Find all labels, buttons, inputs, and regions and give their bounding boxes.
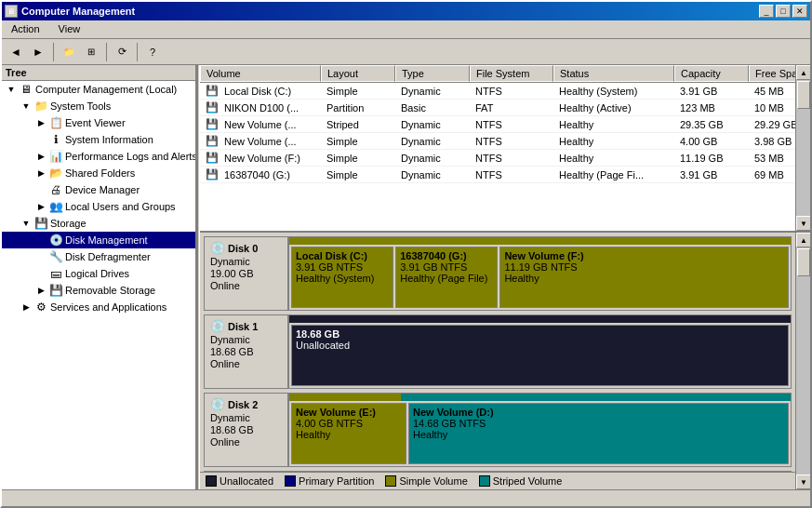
disk-type: Dynamic <box>210 334 282 345</box>
disk-partition[interactable]: New Volume (E:) 4.00 GB NTFS Healthy <box>291 403 406 464</box>
disk-partition[interactable]: New Volume (D:) 14.68 GB NTFS Healthy <box>408 403 789 464</box>
col-header-layout[interactable]: Layout <box>321 65 395 82</box>
expand-icon[interactable]: ▶ <box>33 166 48 180</box>
refresh-button[interactable]: ⟳ <box>112 42 132 62</box>
show-hide-button[interactable]: ⊞ <box>81 42 101 62</box>
table-row[interactable]: 💾NIKON D100 (... Partition Basic FAT Hea… <box>200 100 795 116</box>
tree-item-services[interactable]: ▶ ⚙ Services and Applications <box>2 299 195 315</box>
cell-status: Healthy <box>553 118 674 131</box>
disk-partition[interactable]: 16387040 (G:) 3.91 GB NTFS Healthy (Page… <box>395 247 498 308</box>
table-row[interactable]: 💾16387040 (G:) Simple Dynamic NTFS Healt… <box>200 167 795 183</box>
tree-item-logical-drives[interactable]: 🖴 Logical Drives <box>2 265 195 282</box>
tree-item-removable[interactable]: ▶ 💾 Removable Storage <box>2 282 195 299</box>
scroll-down[interactable]: ▼ <box>796 216 810 231</box>
main-content: Tree ▼ 🖥 Computer Management (Local) ▼ 📁… <box>2 65 810 489</box>
legend: Unallocated Primary Partition Simple Vol… <box>200 472 795 489</box>
disk-partition[interactable]: Local Disk (C:) 3.91 GB NTFS Healthy (Sy… <box>291 247 393 308</box>
tree-item-system-tools[interactable]: ▼ 📁 System Tools <box>2 98 195 114</box>
status-bar <box>2 489 810 506</box>
expand-icon[interactable]: ▶ <box>33 283 48 298</box>
cell-filesystem: FAT <box>470 101 553 114</box>
col-header-freespace[interactable]: Free Spac <box>749 65 795 82</box>
cell-type: Dynamic <box>395 152 470 165</box>
list-scrollbar[interactable]: ▲ ▼ <box>795 65 810 231</box>
toolbar-separator-1 <box>53 43 54 61</box>
tree-item-disk-mgmt[interactable]: 💿 Disk Management <box>2 232 195 248</box>
cell-capacity: 4.00 GB <box>674 135 749 148</box>
users-icon: 👥 <box>48 199 63 214</box>
legend-simple: Simple Volume <box>385 475 467 487</box>
disk-drive-icon: 💿 <box>210 319 225 333</box>
disk-scroll-thumb[interactable] <box>797 248 810 276</box>
tree-item-device-manager[interactable]: 🖨 Device Manager <box>2 181 195 198</box>
col-header-capacity[interactable]: Capacity <box>674 65 749 82</box>
window-title: Computer Management <box>21 6 135 17</box>
tree-item-perf-logs[interactable]: ▶ 📊 Performance Logs and Alerts <box>2 148 195 165</box>
disk-status: Online <box>210 358 282 369</box>
close-button[interactable]: ✕ <box>792 5 807 18</box>
cell-capacity: 123 MB <box>674 101 749 114</box>
disk-entry: 💿 Disk 0 Dynamic 19.00 GB Online Local D… <box>204 236 792 311</box>
right-pane: Volume Layout Type File System Status Ca… <box>200 65 810 489</box>
up-button[interactable]: 📁 <box>59 42 79 62</box>
tree-item-disk-defrag[interactable]: 🔧 Disk Defragmenter <box>2 248 195 265</box>
tree-label: Performance Logs and Alerts <box>65 151 197 162</box>
cell-type: Dynamic <box>395 85 470 98</box>
defrag-icon: 🔧 <box>48 249 63 264</box>
help-button[interactable]: ? <box>142 42 163 62</box>
maximize-button[interactable]: □ <box>776 5 791 18</box>
expand-icon[interactable]: ▼ <box>19 216 33 231</box>
disk-scroll-up[interactable]: ▲ <box>796 233 810 247</box>
table-row[interactable]: 💾Local Disk (C:) Simple Dynamic NTFS Hea… <box>200 83 795 100</box>
tree-item-shared-folders[interactable]: ▶ 📂 Shared Folders <box>2 165 195 181</box>
disk-scrollbar[interactable]: ▲ ▼ <box>795 233 810 489</box>
menu-bar: Action View <box>2 20 810 39</box>
disk-partition[interactable]: New Volume (F:) 11.19 GB NTFS Healthy <box>499 247 789 308</box>
table-row[interactable]: 💾New Volume (F:) Simple Dynamic NTFS Hea… <box>200 150 795 167</box>
legend-label-primary: Primary Partition <box>299 475 374 487</box>
disk-type: Dynamic <box>210 256 282 267</box>
col-header-volume[interactable]: Volume <box>200 65 321 82</box>
expand-icon[interactable]: ▶ <box>33 149 48 164</box>
expand-icon[interactable]: ▼ <box>19 99 33 114</box>
computer-icon: 🖥 <box>19 82 33 97</box>
col-header-type[interactable]: Type <box>395 65 470 82</box>
tree-label: Disk Management <box>65 234 148 246</box>
title-bar: 🖥 Computer Management _ □ ✕ <box>2 2 810 20</box>
table-row[interactable]: 💾New Volume (... Simple Dynamic NTFS Hea… <box>200 133 795 150</box>
cell-layout: Simple <box>321 152 395 165</box>
disk-scroll-track[interactable] <box>796 247 810 475</box>
scroll-up[interactable]: ▲ <box>796 65 810 80</box>
menu-action[interactable]: Action <box>6 22 46 36</box>
disk-scroll-down[interactable]: ▼ <box>796 475 810 489</box>
tree-label: Device Manager <box>65 184 140 195</box>
col-header-filesystem[interactable]: File System <box>470 65 553 82</box>
expand-icon[interactable]: ▼ <box>4 82 19 97</box>
forward-button[interactable]: ► <box>28 42 48 62</box>
legend-label-striped: Striped Volume <box>493 475 563 487</box>
back-button[interactable]: ◄ <box>6 42 26 62</box>
cell-freespace: 53 MB <box>749 152 795 165</box>
scroll-thumb[interactable] <box>797 81 810 109</box>
scroll-track[interactable] <box>796 80 810 216</box>
legend-unallocated: Unallocated <box>206 475 273 487</box>
tree-item-local-users[interactable]: ▶ 👥 Local Users and Groups <box>2 198 195 215</box>
disk-map-area: 💿 Disk 0 Dynamic 19.00 GB Online Local D… <box>200 233 795 472</box>
cell-freespace: 10 MB <box>749 101 795 114</box>
table-row[interactable]: 💾New Volume (... Striped Dynamic NTFS He… <box>200 116 795 133</box>
tree-item-storage[interactable]: ▼ 💾 Storage <box>2 215 195 232</box>
expand-icon[interactable]: ▶ <box>33 199 48 214</box>
tree-header: Tree <box>2 65 195 81</box>
minimize-button[interactable]: _ <box>759 5 774 18</box>
menu-view[interactable]: View <box>53 22 87 36</box>
tree-item-system-info[interactable]: ℹ System Information <box>2 131 195 148</box>
disk-label: 💿 Disk 2 Dynamic 18.68 GB Online <box>205 394 288 466</box>
expand-icon[interactable]: ▶ <box>19 300 33 314</box>
legend-label-simple: Simple Volume <box>399 475 467 487</box>
col-header-status[interactable]: Status <box>553 65 674 82</box>
tree-item-computer-mgmt[interactable]: ▼ 🖥 Computer Management (Local) <box>2 81 195 98</box>
expand-icon[interactable]: ▶ <box>33 115 48 130</box>
disk-name: Disk 2 <box>228 399 258 410</box>
disk-partition[interactable]: 18.68 GB Unallocated <box>291 325 789 386</box>
tree-item-event-viewer[interactable]: ▶ 📋 Event Viewer <box>2 114 195 131</box>
